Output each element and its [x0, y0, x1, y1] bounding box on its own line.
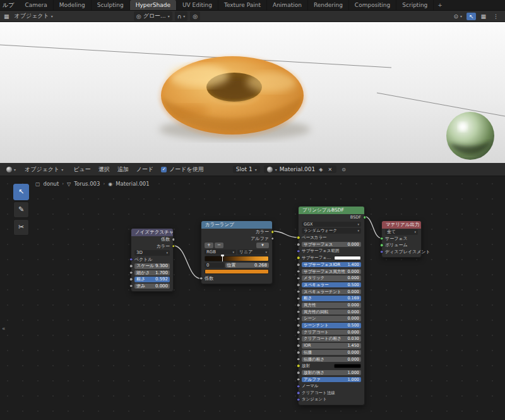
- node-input-row[interactable]: 異方性の回転 異方性の回転0.000: [299, 309, 364, 316]
- input-socket[interactable]: [297, 385, 300, 388]
- input-socket[interactable]: [297, 371, 300, 375]
- workspace-tab[interactable]: Sculpting: [92, 0, 130, 10]
- output-target-dropdown[interactable]: 全て▾: [385, 229, 418, 235]
- output-socket[interactable]: [172, 238, 175, 242]
- node-header[interactable]: ノイズテクスチャ: [131, 229, 173, 236]
- input-socket[interactable]: [297, 270, 300, 273]
- orientation-dropdown[interactable]: ◎ グロー...▾: [134, 11, 172, 21]
- node-input-row[interactable]: ベクトル ベクトル: [131, 256, 173, 263]
- node-input-row[interactable]: サブサーフェス異方性 サブサーフェス異方性0.000: [299, 268, 364, 275]
- node-input-row[interactable]: スペキュラー スペキュラー0.500: [299, 282, 364, 289]
- input-socket[interactable]: [297, 304, 300, 308]
- dimensions-dropdown[interactable]: 3D▾: [134, 250, 170, 256]
- node-color-ramp[interactable]: カラーランプ カラー アルファ + − ▾: [201, 220, 273, 284]
- input-socket[interactable]: [297, 330, 300, 334]
- stop-position-slider[interactable]: 位置0.268: [225, 263, 269, 268]
- interpolation-dropdown[interactable]: リニア▾: [237, 249, 269, 255]
- input-socket[interactable]: [297, 249, 300, 253]
- editor-type-icon[interactable]: ▦: [4, 13, 9, 20]
- shader-mode-dropdown[interactable]: オブジェクト▾: [22, 165, 66, 174]
- node-input-row[interactable]: シーンチント シーンチント0.500: [299, 322, 364, 329]
- node-input-row[interactable]: 歪み 歪み0.000: [131, 283, 173, 290]
- node-input-row[interactable]: 粗さ 粗さ0.592: [131, 276, 173, 283]
- input-socket[interactable]: [297, 317, 300, 321]
- ramp-stop-marker[interactable]: [222, 256, 223, 261]
- overlays-toggle[interactable]: ▦: [478, 13, 489, 20]
- input-socket[interactable]: [129, 284, 133, 288]
- subsurface-method-dropdown[interactable]: ランダムウォーク▾: [302, 228, 361, 234]
- input-socket[interactable]: [297, 344, 300, 348]
- input-socket[interactable]: [297, 324, 300, 328]
- pivot-dropdown[interactable]: ⊙▾: [451, 13, 465, 20]
- node-input-row[interactable]: クリアコート クリアコート0.000: [299, 329, 364, 336]
- menu-item[interactable]: ノード: [133, 165, 157, 174]
- viewport-3d[interactable]: [0, 22, 505, 163]
- use-nodes-checkbox[interactable]: ✓ ノードを使用: [161, 165, 204, 174]
- proportional-edit-toggle[interactable]: ◎: [190, 11, 200, 21]
- node-header[interactable]: プリンシプルBSDF: [299, 207, 364, 214]
- node-input-row[interactable]: スペキュラーチント スペキュラーチント0.000: [299, 289, 364, 296]
- node-input-row[interactable]: サブサーフェ... サブサーフェ...: [299, 255, 364, 261]
- input-socket[interactable]: [297, 236, 300, 240]
- input-socket[interactable]: [297, 337, 300, 341]
- pin-icon[interactable]: ⊙: [340, 167, 347, 172]
- node-principled-bsdf[interactable]: プリンシプルBSDF BSDF GGX▾ ランダムウォーク▾ ベースカラー ベー…: [298, 206, 365, 405]
- color-mode-dropdown[interactable]: RGB▾: [205, 249, 236, 255]
- input-socket[interactable]: [129, 271, 133, 275]
- select-box-tool[interactable]: ↖: [13, 184, 29, 200]
- input-socket[interactable]: [199, 277, 203, 280]
- input-socket[interactable]: [297, 243, 300, 246]
- output-socket[interactable]: [271, 231, 275, 234]
- node-header[interactable]: カラーランプ: [201, 221, 272, 229]
- node-input-row[interactable]: クリアコート法線 クリアコート法線: [299, 390, 364, 397]
- menu-item[interactable]: ビュー: [69, 165, 94, 174]
- annotate-tool[interactable]: ✎: [13, 201, 29, 218]
- node-input-row[interactable]: タンジェント タンジェント: [299, 397, 364, 404]
- node-input-row[interactable]: 伝播 伝播0.000: [299, 349, 364, 356]
- workspace-tab[interactable]: Animation: [267, 0, 308, 10]
- node-input-row[interactable]: サブサーフェス サブサーフェス0.000: [299, 241, 364, 248]
- add-stop-button[interactable]: +: [205, 243, 213, 248]
- shader-editor-type-button[interactable]: ▾: [4, 166, 18, 173]
- node-input-row[interactable]: アルファ アルファ1.000: [299, 376, 364, 383]
- node-input-row[interactable]: 粗さ 粗さ0.169: [299, 295, 364, 302]
- node-header[interactable]: マテリアル出力: [382, 221, 421, 229]
- add-workspace-button[interactable]: +: [434, 0, 446, 10]
- remove-stop-button[interactable]: −: [215, 243, 223, 248]
- fake-user-icon[interactable]: ◈: [318, 167, 324, 172]
- node-noise-texture[interactable]: ノイズテクスチャ 係数 カラー 3D▾: [131, 228, 174, 292]
- input-socket[interactable]: [297, 398, 300, 402]
- input-socket[interactable]: [380, 244, 384, 248]
- input-socket[interactable]: [297, 297, 300, 301]
- input-socket[interactable]: [297, 364, 300, 368]
- node-input-row[interactable]: 伝播の粗さ 伝播の粗さ0.000: [299, 356, 364, 363]
- workspace-tab[interactable]: Modeling: [54, 0, 92, 10]
- output-socket[interactable]: [271, 237, 275, 241]
- workspace-tab[interactable]: Compositing: [349, 0, 396, 10]
- node-input-row[interactable]: スケール スケール9.300: [131, 263, 173, 270]
- input-socket[interactable]: [297, 290, 300, 294]
- node-input-row[interactable]: クリアコートの粗さ クリアコートの粗さ0.030: [299, 335, 364, 342]
- node-editor[interactable]: ▢ donut › ▽ Torus.003 › ◉ Material.001 ↖…: [0, 176, 505, 420]
- color-ramp-gradient[interactable]: [205, 256, 269, 261]
- node-input-row[interactable]: ディスプレイスメント ディスプレイスメント: [382, 249, 421, 256]
- input-socket[interactable]: [129, 278, 133, 282]
- node-input-row[interactable]: サーフェス サーフェス: [382, 236, 421, 243]
- node-input-row[interactable]: 放射の強さ 放射の強さ1.000: [299, 369, 364, 376]
- workspace-tab[interactable]: UV Editing: [177, 0, 218, 10]
- node-input-row[interactable]: 異方性 異方性0.000: [299, 302, 364, 309]
- mode-dropdown[interactable]: オブジェクト▾: [12, 11, 56, 21]
- workspace-tab[interactable]: Scripting: [396, 0, 434, 10]
- workspace-tab[interactable]: Camera: [19, 0, 53, 10]
- menu-item[interactable]: 選択: [95, 165, 114, 174]
- slot-dropdown[interactable]: Slot 1▾: [233, 165, 260, 173]
- input-socket[interactable]: [297, 263, 300, 267]
- node-input-row[interactable]: サブサーフェス範囲 サブサーフェス範囲: [299, 248, 364, 255]
- input-socket[interactable]: [297, 378, 300, 381]
- node-input-row[interactable]: メタリック メタリック0.000: [299, 275, 364, 282]
- input-socket[interactable]: [297, 351, 300, 354]
- links-cut-tool[interactable]: ✂: [13, 219, 29, 236]
- input-socket[interactable]: [297, 283, 300, 287]
- input-socket[interactable]: [297, 310, 300, 314]
- node-input-row[interactable]: 放射 放射: [299, 363, 364, 369]
